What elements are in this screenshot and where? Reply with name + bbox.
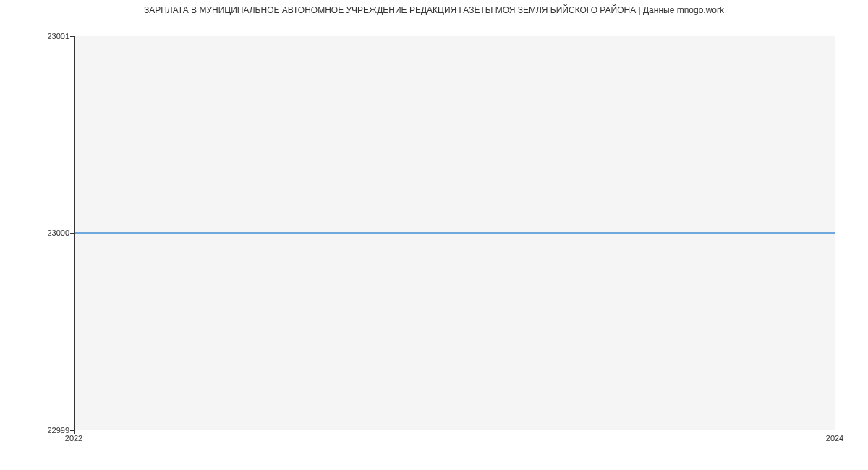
y-tick-label: 23001 [4, 32, 69, 40]
x-tick-mark [74, 430, 75, 434]
chart-container: ЗАРПЛАТА В МУНИЦИПАЛЬНОЕ АВТОНОМНОЕ УЧРЕ… [0, 0, 868, 470]
x-tick-label: 2022 [65, 434, 82, 443]
chart-title: ЗАРПЛАТА В МУНИЦИПАЛЬНОЕ АВТОНОМНОЕ УЧРЕ… [0, 5, 868, 15]
y-tick-mark [70, 233, 74, 234]
y-tick-mark [70, 36, 74, 37]
y-tick-label: 23000 [4, 228, 69, 237]
x-tick-label: 2024 [826, 434, 843, 443]
data-line-series-1 [75, 232, 835, 234]
plot-area [74, 36, 835, 430]
y-tick-label: 22999 [4, 426, 69, 435]
x-tick-mark [835, 430, 835, 434]
